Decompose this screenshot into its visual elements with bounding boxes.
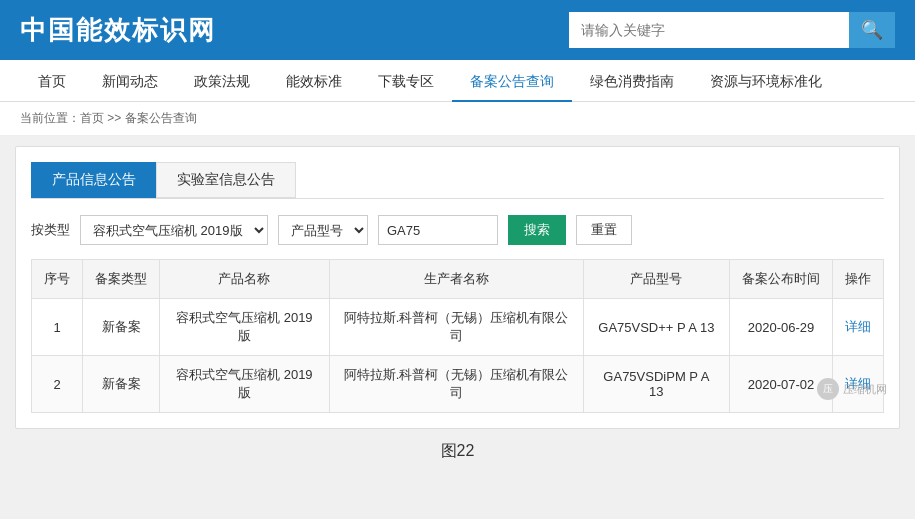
filter-type-select[interactable]: 容积式空气压缩机 2019版 [80,215,268,245]
filter-product-type-select[interactable]: 产品型号 [278,215,368,245]
cell-manufacturer: 阿特拉斯.科普柯（无锡）压缩机有限公司 [329,299,583,356]
search-button[interactable]: 🔍 [849,12,895,48]
site-logo: 中国能效标识网 [20,13,216,48]
nav-item-home[interactable]: 首页 [20,60,84,102]
cell-index: 1 [32,299,83,356]
cell-product-name: 容积式空气压缩机 2019版 [160,299,330,356]
table-header-row: 序号 备案类型 产品名称 生产者名称 产品型号 备案公布时间 操作 [32,260,884,299]
main-content: 产品信息公告 实验室信息公告 按类型 容积式空气压缩机 2019版 产品型号 搜… [15,146,900,429]
breadcrumb: 当前位置：首页 >> 备案公告查询 [0,102,915,136]
col-date: 备案公布时间 [729,260,832,299]
cell-filing-type: 新备案 [83,299,160,356]
filter-row: 按类型 容积式空气压缩机 2019版 产品型号 搜索 重置 [31,215,884,245]
header: 中国能效标识网 🔍 [0,0,915,60]
tab-lab-announcement[interactable]: 实验室信息公告 [156,162,296,198]
watermark-text: 压缩机网 [843,382,887,397]
results-table: 序号 备案类型 产品名称 生产者名称 产品型号 备案公布时间 操作 1 新备案 … [31,259,884,413]
col-action: 操作 [832,260,883,299]
col-model: 产品型号 [583,260,729,299]
nav-item-green[interactable]: 绿色消费指南 [572,60,692,102]
cell-index: 2 [32,356,83,413]
search-input[interactable] [569,12,849,48]
cell-filing-type: 新备案 [83,356,160,413]
nav-item-download[interactable]: 下载专区 [360,60,452,102]
cell-product-name: 容积式空气压缩机 2019版 [160,356,330,413]
tab-product-announcement[interactable]: 产品信息公告 [31,162,157,198]
cell-model: GA75VSD++ P A 13 [583,299,729,356]
search-button[interactable]: 搜索 [508,215,566,245]
watermark-icon: 压 [817,378,839,400]
nav-item-standard[interactable]: 能效标准 [268,60,360,102]
watermark: 压 压缩机网 [817,378,887,400]
nav-item-filing[interactable]: 备案公告查询 [452,60,572,102]
search-bar: 🔍 [569,12,895,48]
col-manufacturer: 生产者名称 [329,260,583,299]
filter-type-label: 按类型 [31,221,70,239]
table-row: 2 新备案 容积式空气压缩机 2019版 阿特拉斯.科普柯（无锡）压缩机有限公司… [32,356,884,413]
detail-link[interactable]: 详细 [845,319,871,334]
cell-date: 2020-06-29 [729,299,832,356]
col-product-name: 产品名称 [160,260,330,299]
nav-item-policy[interactable]: 政策法规 [176,60,268,102]
reset-button[interactable]: 重置 [576,215,632,245]
nav-item-news[interactable]: 新闻动态 [84,60,176,102]
table-row: 1 新备案 容积式空气压缩机 2019版 阿特拉斯.科普柯（无锡）压缩机有限公司… [32,299,884,356]
tab-bar: 产品信息公告 实验室信息公告 [31,162,884,199]
filter-keyword-input[interactable] [378,215,498,245]
cell-model: GA75VSDiPM P A 13 [583,356,729,413]
nav-item-resource[interactable]: 资源与环境标准化 [692,60,840,102]
cell-manufacturer: 阿特拉斯.科普柯（无锡）压缩机有限公司 [329,356,583,413]
cell-action[interactable]: 详细 [832,299,883,356]
figure-caption: 图22 [0,441,915,462]
col-index: 序号 [32,260,83,299]
main-nav: 首页 新闻动态 政策法规 能效标准 下载专区 备案公告查询 绿色消费指南 资源与… [0,60,915,102]
col-filing-type: 备案类型 [83,260,160,299]
